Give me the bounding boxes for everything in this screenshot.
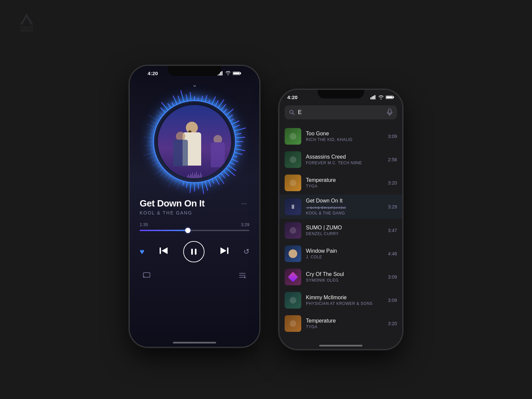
- track-name: Get Down On It: [306, 198, 383, 204]
- phone-playlist: 4:20: [279, 90, 402, 349]
- track-info: Temperature TYGA: [306, 318, 383, 329]
- track-item[interactable]: Assassins Creed FOREVER M.C. TECH N9NE 2…: [279, 148, 402, 171]
- track-item[interactable]: Too Gone RICH THE KID, KHALID 3:09: [279, 125, 402, 148]
- track-info: Too Gone RICH THE KID, KHALID: [306, 131, 383, 142]
- track-artist: KOOL & THE GANG: [306, 211, 383, 215]
- svg-rect-7: [160, 247, 161, 254]
- track-artist: SYMONIK OLEG: [306, 278, 383, 283]
- album-art-container: [148, 95, 241, 188]
- svg-rect-23: [393, 96, 394, 98]
- home-indicator-right: [319, 345, 362, 346]
- background-logo: [20, 13, 33, 31]
- svg-marker-12: [220, 247, 226, 254]
- search-icon: [289, 110, 295, 115]
- svg-marker-8: [162, 247, 168, 254]
- track-duration: 3:20: [388, 321, 397, 326]
- next-button[interactable]: [220, 247, 228, 256]
- svg-rect-20: [373, 96, 374, 99]
- track-item[interactable]: ⏸ Get Down On It KOOL & THE GANG 3:29: [279, 195, 402, 219]
- svg-rect-10: [195, 249, 197, 255]
- svg-rect-5: [240, 72, 241, 74]
- track-thumbnail: [285, 151, 301, 168]
- track-item[interactable]: Temperature TYGA 3:20: [279, 171, 402, 195]
- track-duration: 2:56: [388, 157, 397, 162]
- track-artist: RICH THE KID, KHALID: [306, 137, 383, 142]
- track-artist: PHYSICIAN AT KROWER & SONS: [306, 301, 383, 306]
- track-item[interactable]: Kimmy McIlmorie PHYSICIAN AT KROWER & SO…: [279, 289, 402, 312]
- previous-button[interactable]: [160, 247, 168, 256]
- total-time: 3:29: [241, 222, 249, 227]
- mic-icon[interactable]: [387, 109, 392, 116]
- track-thumbnail: [285, 315, 301, 332]
- track-artist: DENZEL CURRY: [306, 231, 383, 236]
- track-duration: 3:09: [388, 298, 397, 303]
- track-item[interactable]: Window Pain J. COLE 4:46: [279, 242, 402, 265]
- track-thumbnail: [285, 269, 301, 285]
- home-indicator: [173, 342, 216, 343]
- svg-rect-9: [191, 249, 193, 255]
- search-bar[interactable]: [285, 105, 397, 119]
- bottom-bar: [140, 272, 249, 280]
- track-duration: 4:46: [388, 251, 397, 256]
- battery-icon-right: [386, 95, 394, 99]
- playlist-status-icons: [370, 95, 394, 99]
- battery-icon: [233, 71, 241, 75]
- search-input[interactable]: [298, 109, 384, 116]
- wifi-icon: [225, 71, 231, 75]
- svg-line-26: [293, 113, 295, 115]
- track-name: Assassins Creed: [306, 154, 383, 160]
- pause-icon: [190, 248, 198, 255]
- track-name: Cry Of The Soul: [306, 271, 383, 277]
- song-title: Get Down On It: [140, 198, 204, 209]
- track-info: Window Pain J. COLE: [306, 248, 383, 259]
- current-time: 1:35: [140, 222, 148, 227]
- svg-rect-24: [386, 96, 393, 98]
- playback-controls: ♥: [140, 241, 249, 262]
- phones-container: 4:20: [130, 66, 402, 347]
- repeat-button[interactable]: ↺: [243, 247, 249, 256]
- svg-rect-21: [374, 95, 375, 99]
- track-item[interactable]: SUMO | ZUMO DENZEL CURRY 3:47: [279, 219, 402, 242]
- song-artist: KOOL & THE GANG: [140, 210, 204, 215]
- playback-waveform: [306, 205, 383, 210]
- phone-notch: [168, 66, 221, 76]
- track-duration: 3:47: [388, 228, 397, 233]
- track-artist: FOREVER M.C. TECH N9NE: [306, 161, 383, 165]
- track-name: SUMO | ZUMO: [306, 225, 383, 231]
- track-thumbnail: [285, 175, 301, 191]
- track-name: Temperature: [306, 318, 383, 324]
- playlist-time: 4:20: [287, 94, 298, 100]
- like-button[interactable]: ♥: [140, 247, 144, 256]
- svg-rect-18: [370, 97, 371, 99]
- svg-rect-19: [372, 96, 373, 99]
- track-duration: 3:09: [388, 274, 397, 280]
- signal-icon-right: [370, 95, 376, 99]
- progress-track[interactable]: [140, 230, 249, 231]
- player-status-icons: [217, 71, 241, 75]
- track-item[interactable]: Temperature TYGA 3:20: [279, 312, 402, 335]
- track-artist: TYGA: [306, 184, 383, 189]
- track-name: Window Pain: [306, 248, 383, 254]
- track-name: Temperature: [306, 177, 383, 183]
- queue-icon[interactable]: [239, 272, 246, 280]
- more-options-button[interactable]: ···: [238, 198, 249, 208]
- playlist-screen: 4:20: [279, 90, 402, 349]
- track-artist: J. COLE: [306, 255, 383, 259]
- track-item[interactable]: Cry Of The Soul SYMONIK OLEG 3:09: [279, 265, 402, 289]
- svg-rect-27: [388, 109, 391, 113]
- play-pause-button[interactable]: [183, 241, 204, 262]
- progress-thumb[interactable]: [185, 228, 191, 233]
- track-list: Too Gone RICH THE KID, KHALID 3:09 Assas…: [279, 125, 402, 349]
- progress-container: 1:35 3:29: [140, 222, 249, 231]
- phone-player: 4:20: [130, 66, 259, 347]
- album-artwork: [158, 105, 231, 178]
- progress-fill: [140, 230, 188, 231]
- wifi-icon-right: [378, 95, 384, 99]
- now-playing-icon: ⏸: [290, 203, 296, 210]
- lyrics-icon[interactable]: [143, 272, 150, 280]
- track-duration: 3:20: [388, 180, 397, 186]
- track-info: Kimmy McIlmorie PHYSICIAN AT KROWER & SO…: [306, 295, 383, 306]
- track-duration: 3:29: [388, 204, 397, 209]
- song-info: Get Down On It KOOL & THE GANG ···: [140, 198, 249, 215]
- track-info: SUMO | ZUMO DENZEL CURRY: [306, 225, 383, 236]
